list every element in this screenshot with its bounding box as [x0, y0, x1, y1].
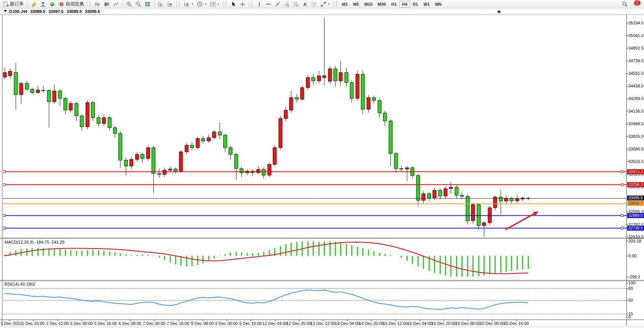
- timeframe-H4-button[interactable]: H4: [399, 1, 410, 8]
- indicators-button[interactable]: ▼: [182, 0, 195, 8]
- line-chart-icon: [113, 1, 119, 7]
- timeframe-W1-button[interactable]: W1: [421, 1, 432, 8]
- ohlc-low: 33089.5: [67, 9, 82, 14]
- toolbar-grip: [225, 1, 226, 7]
- horizontal-line-icon: [265, 1, 271, 7]
- vertical-line-button[interactable]: [255, 0, 264, 8]
- dropdown-arrow-icon[interactable]: ▼: [191, 3, 194, 5]
- fibonacci-button[interactable]: F: [291, 0, 300, 8]
- highlighter-button[interactable]: [29, 0, 39, 8]
- toolbar-separator: [87, 1, 88, 7]
- toolbar-grip: [251, 1, 252, 7]
- periods-button[interactable]: ▼: [195, 0, 208, 8]
- new-order-label: 新订单: [10, 1, 24, 7]
- price-chart-canvas[interactable]: [0, 0, 644, 328]
- dropdown-arrow-icon[interactable]: ▼: [328, 3, 330, 5]
- arrows-icon: [320, 1, 326, 7]
- chart-shift-button[interactable]: [165, 0, 175, 8]
- autotrading-label: 自动交易: [66, 1, 84, 7]
- zoom-out-icon: [135, 1, 141, 7]
- bar-chart-icon: [95, 1, 101, 7]
- ohlc-close: 33095.5: [85, 9, 100, 14]
- profile-button[interactable]: [39, 0, 48, 8]
- dropdown-arrow-icon[interactable]: ▼: [204, 3, 207, 5]
- new-order-button[interactable]: 新订单: [1, 0, 25, 8]
- svg-text:E: E: [287, 5, 289, 7]
- chart-title: DJ30-,H4 33089.5 33097.5 33089.5 33095.5: [9, 9, 102, 14]
- text-label-button[interactable]: T: [310, 0, 319, 8]
- notification-badge: 1: [634, 0, 641, 5]
- vertical-line-icon: [256, 1, 262, 7]
- toolbar-separator: [177, 1, 177, 7]
- cursor-icon: [230, 1, 236, 7]
- trendline-button[interactable]: [273, 0, 282, 8]
- indicators-icon: [184, 1, 190, 7]
- toolbar-grip: [90, 1, 91, 7]
- dropdown-arrow-icon[interactable]: ▼: [217, 3, 220, 5]
- profile-icon: [40, 1, 46, 7]
- autotrading-button[interactable]: 自动交易: [57, 0, 85, 8]
- zoom-out-button[interactable]: [134, 0, 143, 8]
- timeframe-H1-button[interactable]: H1: [389, 1, 399, 8]
- symbol-period: DJ30-,H4: [9, 9, 27, 14]
- timeframe-D1-button[interactable]: D1: [410, 1, 421, 8]
- timeframe-MN-button[interactable]: MN: [432, 1, 444, 8]
- chart-menu-triangle-icon[interactable]: [4, 10, 7, 12]
- candlestick-chart-icon: [104, 1, 110, 7]
- search-icon: [622, 1, 628, 7]
- tile-windows-button[interactable]: [143, 0, 152, 8]
- search-button[interactable]: [620, 0, 630, 8]
- zoom-in-icon: [126, 1, 132, 7]
- toolbar-separator: [27, 1, 27, 7]
- new-order-icon: [3, 1, 9, 7]
- toolbar-separator: [249, 1, 249, 7]
- text-button[interactable]: A: [300, 0, 310, 8]
- text-icon: A: [302, 1, 308, 7]
- chart-shift-icon: [167, 1, 173, 7]
- templates-icon: [210, 1, 216, 7]
- crosshair-button[interactable]: [238, 0, 247, 8]
- trendline-icon: [275, 1, 281, 7]
- toolbar-grip: [336, 1, 337, 7]
- crosshair-icon: [239, 1, 246, 7]
- chart-title-bar[interactable]: DJ30-,H4 33089.5 33097.5 33089.5 33095.5: [0, 8, 644, 15]
- line-chart-button[interactable]: [111, 0, 120, 8]
- highlighter-icon: [31, 1, 37, 7]
- timeframe-M5-button[interactable]: M5: [350, 1, 361, 8]
- toolbar-separator: [154, 1, 154, 7]
- toolbar-separator: [223, 1, 223, 7]
- text-label-icon: T: [311, 1, 317, 7]
- templates-button[interactable]: ▼: [208, 0, 221, 8]
- autotrading-icon: [58, 1, 64, 7]
- cursor-button[interactable]: [229, 0, 238, 8]
- ohlc-open: 33089.5: [30, 9, 45, 14]
- tile-windows-icon: [145, 1, 151, 7]
- channel-icon: E: [284, 1, 290, 7]
- horizontal-line-button[interactable]: [264, 0, 273, 8]
- auto-scroll-icon: [158, 1, 164, 7]
- timeframe-M15-button[interactable]: M15: [361, 1, 375, 8]
- zoom-in-button[interactable]: [125, 0, 134, 8]
- toolbar-grip: [179, 1, 180, 7]
- signal-icon: [49, 1, 55, 7]
- auto-scroll-button[interactable]: [156, 0, 165, 8]
- fibonacci-icon: F: [293, 1, 299, 7]
- svg-text:F: F: [297, 5, 299, 7]
- svg-text:T: T: [313, 2, 315, 6]
- bar-chart-button[interactable]: [93, 0, 102, 8]
- main-toolbar: 新订单自动交易▼▼▼EFAT▼M1M5M15M30H1H4D1W1MN: [0, 0, 644, 8]
- candlestick-chart-button[interactable]: [102, 0, 111, 8]
- toolbar-separator: [122, 1, 123, 7]
- arrows-button[interactable]: ▼: [319, 0, 332, 8]
- periods-icon: [197, 1, 203, 7]
- timeframe-M30-button[interactable]: M30: [375, 1, 389, 8]
- svg-text:A: A: [303, 2, 307, 7]
- ohlc-high: 33097.5: [48, 9, 64, 14]
- notifications-button[interactable]: 1: [632, 0, 642, 8]
- timeframe-M1-button[interactable]: M1: [339, 1, 350, 8]
- signal-button[interactable]: [48, 0, 57, 8]
- channel-button[interactable]: E: [282, 0, 291, 8]
